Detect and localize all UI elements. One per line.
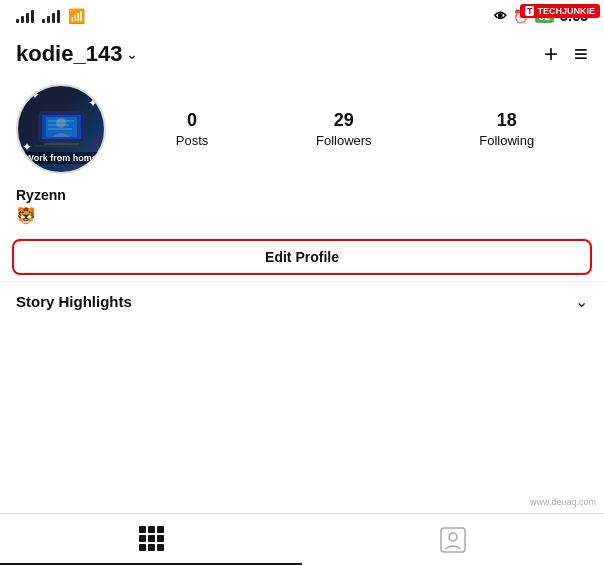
svg-rect-3 — [34, 145, 89, 147]
grid-icon — [139, 526, 164, 551]
posts-count: 0 — [187, 110, 197, 131]
following-stat[interactable]: 18 Following — [479, 110, 534, 148]
posts-label: Posts — [176, 133, 209, 148]
menu-button[interactable]: ≡ — [574, 40, 588, 68]
signal-icon-2 — [42, 9, 60, 23]
tab-grid[interactable] — [0, 514, 302, 565]
edit-profile-button[interactable]: Edit Profile — [12, 239, 592, 275]
tab-tagged[interactable] — [302, 514, 604, 565]
profile-section: Work from home ✦ ✦ ✦ 0 Posts 29 Follower… — [0, 74, 604, 182]
profile-header: kodie_143 ⌄ + ≡ — [0, 32, 604, 74]
watermark-brand: TECHJUNKIE — [537, 6, 595, 16]
username-row[interactable]: kodie_143 ⌄ — [16, 41, 138, 67]
bio-emoji: 🐯 — [16, 206, 588, 225]
avatar: Work from home ✦ ✦ ✦ — [16, 84, 106, 174]
followers-stat[interactable]: 29 Followers — [316, 110, 372, 148]
header-actions: + ≡ — [544, 40, 588, 68]
add-post-button[interactable]: + — [544, 40, 558, 68]
bottom-watermark: www.deuaq.com — [530, 497, 596, 507]
story-highlights-label: Story Highlights — [16, 293, 132, 310]
watermark-t: T — [525, 6, 535, 16]
avatar-image — [34, 107, 89, 152]
following-count: 18 — [497, 110, 517, 131]
wifi-icon: 📶 — [68, 8, 85, 24]
posts-stat[interactable]: 0 Posts — [176, 110, 209, 148]
signal-icon — [16, 9, 34, 23]
tagged-icon — [440, 527, 466, 553]
followers-label: Followers — [316, 133, 372, 148]
bottom-tabs — [0, 513, 604, 565]
edit-profile-wrapper: Edit Profile — [0, 233, 604, 281]
bio-name: Ryzenn — [16, 186, 588, 206]
bio-section: Ryzenn 🐯 — [0, 182, 604, 233]
avatar-wrapper[interactable]: Work from home ✦ ✦ ✦ — [16, 84, 106, 174]
svg-point-8 — [56, 118, 66, 128]
following-label: Following — [479, 133, 534, 148]
sparkle-icon-2: ✦ — [88, 96, 98, 110]
status-left: 📶 — [16, 8, 85, 24]
story-highlights-chevron-icon[interactable]: ⌄ — [575, 292, 588, 311]
techjunkie-watermark: T TECHJUNKIE — [520, 4, 600, 18]
story-highlights-section[interactable]: Story Highlights ⌄ — [0, 281, 604, 321]
svg-point-10 — [449, 533, 457, 541]
username-text: kodie_143 — [16, 41, 122, 67]
sparkle-icon-1: ✦ — [30, 88, 40, 102]
eye-icon: 👁 — [494, 9, 507, 24]
username-chevron-icon[interactable]: ⌄ — [126, 46, 138, 62]
status-bar: 📶 👁 ⏰ 52 3:53 — [0, 0, 604, 32]
stats-row: 0 Posts 29 Followers 18 Following — [122, 110, 588, 148]
avatar-label: Work from home — [21, 152, 100, 164]
followers-count: 29 — [334, 110, 354, 131]
